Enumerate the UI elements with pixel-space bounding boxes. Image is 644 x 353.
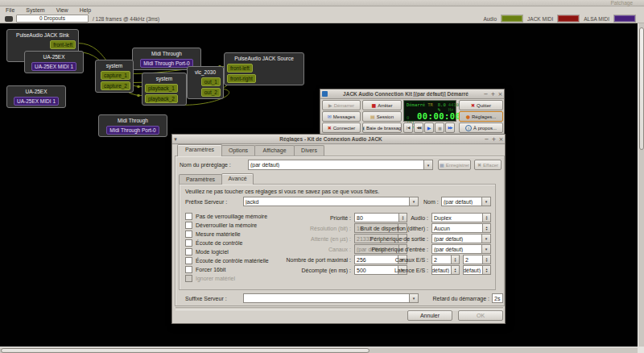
port-front-right[interactable]: front-right: [227, 74, 256, 83]
delete-preset-button[interactable]: ✖ Effacer: [474, 160, 502, 170]
port-midi-through-port-0[interactable]: Midi Through Port-0: [140, 59, 192, 68]
node-title[interactable]: Midi Through: [135, 50, 198, 57]
spin-down-icon[interactable]: ▾: [485, 260, 487, 263]
transport-rewind-button[interactable]: ◀◀: [414, 123, 423, 133]
spin-arrows[interactable]: ▴▾: [451, 266, 459, 274]
qjackctl-titlebar[interactable]: JACK Audio Connection Kit [(par défaut)]…: [320, 89, 504, 99]
session-button[interactable]: ▤ Session: [362, 111, 402, 122]
settings-button[interactable]: ● Réglages...: [459, 111, 503, 122]
patchbay-button[interactable]: ▣ Baie de brassage: [362, 123, 402, 133]
messages-button[interactable]: ✉ Messages: [322, 111, 361, 122]
start-delay-spinbox[interactable]: 2s: [492, 293, 503, 303]
checkbox-box[interactable]: [185, 257, 192, 264]
preset-combo[interactable]: (par défaut) ▾: [248, 160, 433, 170]
cancel-button[interactable]: Annuler: [407, 310, 452, 321]
input-device-combo[interactable]: (par défaut) ▾: [431, 244, 491, 254]
port-ua25ex-midi-1[interactable]: UA-25EX MIDI 1: [31, 62, 76, 71]
checkbox-ignore-hw[interactable]: Ignorer matériel: [185, 275, 235, 282]
close-icon[interactable]: ×: [497, 90, 504, 98]
checkbox-hw-meter[interactable]: Mesure matérielle: [185, 230, 241, 238]
menu-help[interactable]: Help: [74, 6, 97, 15]
lcd-display[interactable]: Démarré TR 8.0 % 44100 Hz 0 (0) 00:00:00…: [403, 100, 456, 122]
checkbox-box[interactable]: [185, 230, 192, 238]
about-button[interactable]: i À propos...: [459, 123, 503, 133]
checkbox-softmode[interactable]: Mode logiciel: [185, 248, 229, 255]
transport-backward-button[interactable]: |◀: [403, 123, 413, 133]
spin-arrows[interactable]: ▴▾: [482, 255, 490, 264]
port-front-left[interactable]: front-left: [50, 40, 76, 49]
node-title[interactable]: UA-25EX: [10, 88, 63, 95]
node-title[interactable]: UA-25EX: [27, 53, 80, 60]
checkbox-box[interactable]: [185, 275, 192, 282]
chevron-down-icon[interactable]: ▾: [481, 197, 490, 206]
node-ua25ex-bottom[interactable]: UA-25EX UA-25EX MIDI 1: [6, 85, 66, 108]
spin-down-icon[interactable]: ▾: [485, 228, 487, 231]
ok-button[interactable]: OK: [458, 310, 503, 321]
vertical-scrollbar-thumb[interactable]: [639, 27, 644, 150]
io-channels-in-spinbox[interactable]: 2 ▴▾: [431, 255, 460, 264]
menu-file[interactable]: File: [0, 6, 20, 15]
spin-down-icon[interactable]: ▾: [454, 260, 456, 263]
start-button[interactable]: ▶ Démarrer: [322, 100, 361, 110]
output-device-combo[interactable]: (par défaut) ▾: [431, 234, 491, 243]
quit-button[interactable]: ✖ Quitter: [459, 100, 503, 110]
spin-down-icon[interactable]: ▾: [485, 218, 487, 221]
node-title[interactable]: Midi Through: [101, 117, 164, 124]
transport-forward-button[interactable]: ▶▶: [445, 123, 455, 133]
horizontal-scrollbar-thumb[interactable]: [1, 348, 369, 353]
port-playback-1[interactable]: playback_1: [145, 84, 178, 93]
checkbox-monitor[interactable]: Écoute de contrôle: [185, 239, 242, 247]
chevron-down-icon[interactable]: ▾: [481, 235, 490, 243]
node-vlc-2030[interactable]: vlc_2030 out_1 out_2: [187, 66, 224, 99]
port-capture-2[interactable]: capture_2: [101, 81, 130, 90]
menu-system[interactable]: System: [20, 6, 50, 15]
dither-spinbox[interactable]: Aucun ▴▾: [431, 223, 491, 233]
minimize-icon[interactable]: −: [482, 90, 489, 98]
node-midi-through-bottom[interactable]: Midi Through Midi Through Port-0: [98, 114, 167, 137]
subtab-avance[interactable]: Avancé: [221, 173, 254, 185]
io-latency-out-spinbox[interactable]: (par défaut) ▴▾: [463, 265, 491, 275]
checkbox-box[interactable]: [185, 213, 192, 220]
stop-button[interactable]: ■ Arrêter: [362, 100, 402, 110]
spin-arrows[interactable]: ▴▾: [482, 224, 490, 232]
chevron-down-icon[interactable]: ▾: [481, 245, 490, 253]
menu-view[interactable]: View: [51, 6, 74, 15]
port-front-left[interactable]: front-left: [227, 64, 253, 73]
node-title[interactable]: system: [98, 62, 130, 69]
spin-arrows[interactable]: ▴▾: [482, 214, 490, 222]
transport-pause-button[interactable]: ▮▮: [435, 123, 444, 133]
node-ua25ex-top[interactable]: UA-25EX UA-25EX MIDI 1: [24, 51, 84, 73]
checkbox-box[interactable]: [185, 266, 192, 273]
save-preset-button[interactable]: ▦ Enregistrer: [438, 160, 471, 170]
node-title[interactable]: vlc_2030: [190, 69, 221, 76]
checkbox-unlock-memory[interactable]: Déverrouiller la mémoire: [185, 222, 257, 229]
vertical-scrollbar[interactable]: [638, 23, 644, 347]
server-suffix-combo[interactable]: ▾: [243, 293, 419, 303]
io-channels-out-spinbox[interactable]: 2 ▴▾: [463, 255, 491, 264]
spin-down-icon[interactable]: ▾: [454, 270, 456, 273]
checkbox-box[interactable]: [185, 248, 192, 255]
port-capture-1[interactable]: capture_1: [101, 71, 130, 80]
checkbox-force-16bit[interactable]: Forcer 16bit: [185, 266, 225, 273]
server-name-combo[interactable]: (par défaut) ▾: [441, 197, 491, 206]
chevron-down-icon[interactable]: ▾: [409, 197, 418, 206]
io-latency-in-spinbox[interactable]: (par défaut) ▴▾: [431, 265, 460, 275]
spin-arrows[interactable]: ▴▾: [482, 266, 490, 274]
port-midi-through-port-0[interactable]: Midi Through Port-0: [106, 126, 159, 135]
port-ua25ex-midi-1[interactable]: UA-25EX MIDI 1: [14, 97, 59, 106]
chevron-down-icon[interactable]: ▾: [423, 160, 432, 169]
checkbox-box[interactable]: [185, 239, 192, 247]
transport-play-button[interactable]: ▶: [424, 123, 434, 133]
horizontal-scrollbar[interactable]: [0, 347, 638, 353]
spin-arrows[interactable]: ▴▾: [451, 255, 459, 264]
audio-mode-spinbox[interactable]: Duplex ▴▾: [431, 213, 491, 222]
node-title[interactable]: system: [145, 75, 184, 82]
node-pulseaudio-jack-source[interactable]: PulseAudio JACK Source front-left front-…: [224, 52, 304, 85]
maximize-icon[interactable]: +: [489, 90, 497, 98]
port-out-1[interactable]: out_1: [201, 77, 221, 86]
node-title[interactable]: PulseAudio JACK Sink: [10, 31, 76, 39]
node-title[interactable]: PulseAudio JACK Source: [227, 55, 301, 62]
node-system-playback[interactable]: system playback_1 playback_2: [142, 73, 187, 106]
port-playback-2[interactable]: playback_2: [145, 94, 178, 103]
port-out-2[interactable]: out_2: [201, 88, 221, 97]
